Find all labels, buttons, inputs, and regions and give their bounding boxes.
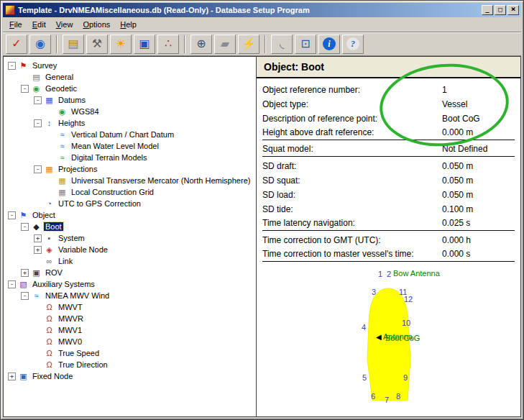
property-label: Object reference number: xyxy=(262,85,442,95)
tree-expander-collapse[interactable]: - xyxy=(8,211,16,219)
toolbar-separator xyxy=(184,35,185,53)
tree-item-link[interactable]: ∞Link xyxy=(5,255,256,267)
globe-button[interactable]: ◉ xyxy=(29,35,51,54)
tree-expander-expand[interactable]: + xyxy=(34,246,42,254)
validate-button[interactable]: ✓ xyxy=(6,35,27,54)
wireframe-globe-button[interactable]: ⊕ xyxy=(190,35,212,54)
system-icon: ▪ xyxy=(44,234,55,242)
menu-view[interactable]: View xyxy=(51,19,78,30)
tree-item-label: Digital Terrain Models xyxy=(70,153,149,162)
heights-icon: ↕ xyxy=(44,119,55,127)
tree-item-mwvr[interactable]: ΩMWVR xyxy=(5,313,256,324)
tree-item-mwvt[interactable]: ΩMWVT xyxy=(5,301,256,313)
menu-file[interactable]: File xyxy=(4,19,27,30)
mwvr-icon: Ω xyxy=(44,315,55,323)
main-area: -⚑Survey▤General-◉Geodetic-▦Datums◉WGS84… xyxy=(3,56,521,417)
menu-edit[interactable]: Edit xyxy=(27,19,51,30)
tree-item-datums[interactable]: -▦Datums xyxy=(5,94,256,106)
tree-item-system[interactable]: +▪System xyxy=(5,232,256,244)
tree-item-nmea-mwv-wind[interactable]: -≈NMEA MWV Wind xyxy=(5,290,256,301)
tree-item-universal-transverse-mercator-north-hemisphere[interactable]: ▦Universal Transverse Mercator (North He… xyxy=(5,175,256,186)
tree-item-local-construction-grid[interactable]: ▦Local Construction Grid xyxy=(5,186,256,198)
tree-item-utc-to-gps-correction[interactable]: ◔UTC to GPS Correction xyxy=(5,198,256,209)
property-row-object-reference-number: Object reference number:1 xyxy=(262,83,515,97)
tools-button[interactable]: ⚒ xyxy=(86,35,108,54)
true-direction-icon: Ω xyxy=(44,361,55,369)
tree-item-mean-water-level-model[interactable]: ≈Mean Water Level Model xyxy=(5,140,256,152)
satellite-button[interactable]: ▰ xyxy=(214,35,236,54)
tree-expander-expand[interactable]: + xyxy=(8,373,16,380)
tree-item-label: Survey xyxy=(31,61,58,70)
detail-header-title: Object: Boot xyxy=(264,61,324,73)
maximize-button[interactable]: □ xyxy=(495,5,506,15)
help-button[interactable]: ? xyxy=(342,35,364,54)
minimize-button[interactable]: _ xyxy=(482,5,493,15)
tree-item-projections[interactable]: -▦Projections xyxy=(5,163,256,175)
tree-item-mwv0[interactable]: ΩMWV0 xyxy=(5,336,256,347)
tree-item-variable-node[interactable]: +◈Variable Node xyxy=(5,244,256,255)
property-value: 0.025 s xyxy=(442,218,515,228)
tree-item-wgs84[interactable]: ◉WGS84 xyxy=(5,106,256,117)
computer-globe-button[interactable]: ⊡ xyxy=(295,35,316,54)
tree-item-auxiliary-systems[interactable]: -▧Auxiliary Systems xyxy=(5,278,256,290)
close-button[interactable]: × xyxy=(507,5,519,15)
tree-item-object[interactable]: -⚑Object xyxy=(5,209,256,221)
sun-button[interactable]: ☀ xyxy=(110,35,132,54)
tree-expander-collapse[interactable]: - xyxy=(8,280,16,288)
tree-item-label: Link xyxy=(57,257,74,265)
utc-to-gps-correction-icon: ◔ xyxy=(44,200,55,208)
property-row-sd-squat: SD squat:0.050 m xyxy=(262,173,515,188)
tree-item-label: Fixed Node xyxy=(31,372,74,380)
tree-item-label: MWV1 xyxy=(57,326,83,334)
tree-expander-collapse[interactable]: - xyxy=(21,223,29,231)
tree-item-mwv1[interactable]: ΩMWV1 xyxy=(5,324,256,336)
tree-expander-collapse[interactable]: - xyxy=(21,292,29,300)
tree-expander-collapse[interactable]: - xyxy=(21,85,29,93)
property-label: Height above draft reference: xyxy=(262,127,442,137)
wand-button[interactable]: ⚡ xyxy=(238,35,259,54)
tree-item-true-speed[interactable]: ΩTrue Speed xyxy=(5,347,256,359)
computer-globe-icon: ⊡ xyxy=(300,38,310,50)
variable-node-icon: ◈ xyxy=(44,246,55,254)
menu-help[interactable]: Help xyxy=(115,19,142,30)
toolbar: ✓◉▤⚒☀▣∴⊕▰⚡◟⊡i? xyxy=(3,32,521,56)
info-button[interactable]: i xyxy=(318,35,340,54)
tree-expander-collapse[interactable]: - xyxy=(34,119,42,127)
diagram-label-boot-cog: Boot CoG xyxy=(385,334,420,342)
database-export-button[interactable]: ▤ xyxy=(63,35,84,54)
tree-item-vertical-datum-chart-datum[interactable]: ≈Vertical Datum / Chart Datum xyxy=(5,129,256,140)
tools-icon: ⚒ xyxy=(92,38,102,50)
tree-item-heights[interactable]: -↕Heights xyxy=(5,117,256,129)
tree-item-general[interactable]: ▤General xyxy=(5,71,256,83)
tree-item-fixed-node[interactable]: +▣Fixed Node xyxy=(5,370,256,382)
tree-item-geodetic[interactable]: -◉Geodetic xyxy=(5,83,256,94)
property-label: SD load: xyxy=(262,190,442,200)
network-nodes-button[interactable]: ∴ xyxy=(157,35,179,54)
property-value: 1 xyxy=(442,85,515,95)
property-value: 0.050 m xyxy=(442,175,515,186)
tree-expander-expand[interactable]: + xyxy=(21,269,29,277)
window-controls: _□× xyxy=(480,5,519,15)
app-icon xyxy=(5,5,15,15)
tree-expander-collapse[interactable]: - xyxy=(8,62,16,70)
tree-expander-expand[interactable]: + xyxy=(34,234,42,242)
property-label: Squat model: xyxy=(262,144,442,154)
globe-icon: ◉ xyxy=(35,38,45,50)
title-bar[interactable]: Template - DrvNMEAMiscellaneous.db (Read… xyxy=(3,3,521,17)
property-list: Object reference number:1Object type:Ves… xyxy=(257,78,520,264)
tree-item-label: Local Construction Grid xyxy=(70,188,155,196)
monitor-button[interactable]: ▣ xyxy=(134,35,155,54)
tree-item-true-direction[interactable]: ΩTrue Direction xyxy=(5,359,256,370)
tree-item-boot[interactable]: -◆Boot xyxy=(5,221,256,232)
tree-item-label: ROV xyxy=(44,268,64,277)
tree-item-label: WGS84 xyxy=(70,107,101,116)
tree-expander-collapse[interactable]: - xyxy=(34,165,42,173)
tree-expander-collapse[interactable]: - xyxy=(34,96,42,104)
tree-item-survey[interactable]: -⚑Survey xyxy=(5,60,256,71)
tree-item-rov[interactable]: +▣ROV xyxy=(5,267,256,278)
satellite-dish-button[interactable]: ◟ xyxy=(271,35,293,54)
menu-options[interactable]: Options xyxy=(78,19,115,30)
node-number-9: 9 xyxy=(403,374,408,382)
tree-item-digital-terrain-models[interactable]: ≈Digital Terrain Models xyxy=(5,152,256,163)
help-icon: ? xyxy=(346,37,359,50)
